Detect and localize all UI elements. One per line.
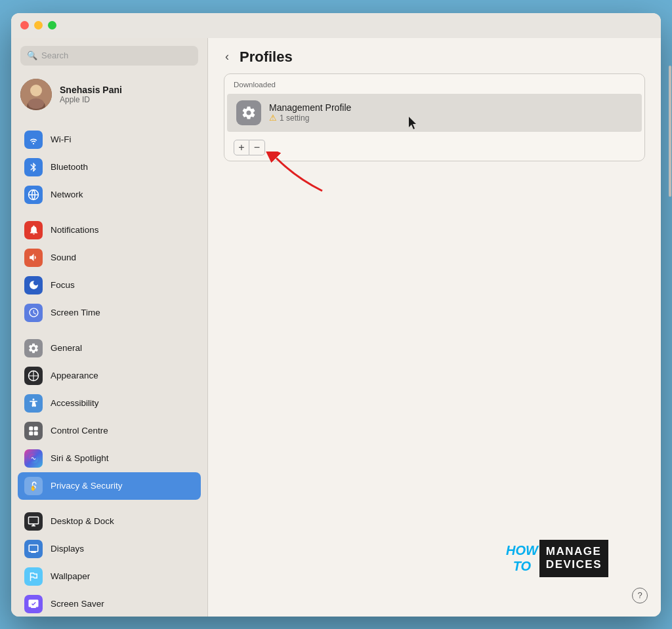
page-title: Profiles [240, 49, 293, 66]
svg-rect-8 [29, 426, 33, 430]
sidebar-item-label-privacy: Privacy & Security [51, 481, 123, 491]
screentime-icon [24, 304, 43, 322]
general-icon [24, 339, 43, 357]
main-content: ‹ Profiles Downloaded Mana [208, 38, 661, 617]
sidebar-item-label-screensaver: Screen Saver [51, 599, 104, 609]
sidebar-item-label-bluetooth: Bluetooth [51, 162, 88, 172]
traffic-lights [20, 21, 56, 30]
wallpaper-icon [24, 567, 43, 586]
search-box[interactable]: 🔍 Search [20, 46, 198, 66]
sidebar-item-siri[interactable]: Siri & Spotlight [18, 445, 201, 472]
sidebar-item-label-sound: Sound [51, 253, 76, 262]
screensaver-icon [24, 595, 43, 613]
sidebar-item-desktop[interactable]: Desktop & Dock [18, 508, 201, 535]
desktop-icon [24, 512, 43, 531]
profile-info: Management Profile ⚠ 1 setting [269, 102, 351, 123]
brand-howto: HOWTO [506, 542, 538, 574]
sidebar-item-label-desktop: Desktop & Dock [51, 516, 114, 526]
privacy-icon: ✋ [24, 477, 43, 495]
red-arrow-svg [263, 152, 342, 197]
sidebar-item-bluetooth[interactable]: Bluetooth [18, 153, 201, 181]
sidebar-item-general[interactable]: General [18, 335, 201, 362]
warning-icon: ⚠ [269, 113, 277, 123]
sidebar: 🔍 Search Sneh [11, 38, 208, 617]
accessibility-icon [24, 394, 43, 413]
brand-managedevices: MANAGEDEVICES [539, 540, 608, 577]
search-icon: 🔍 [27, 51, 37, 60]
svg-text:✋: ✋ [30, 485, 37, 491]
sidebar-item-wallpaper[interactable]: Wallpaper [18, 563, 201, 590]
section-label: Downloaded [224, 74, 644, 94]
sidebar-item-privacy[interactable]: ✋ Privacy & Security [18, 472, 201, 500]
branding: HOWTO MANAGEDEVICES [506, 540, 608, 577]
sidebar-item-label-focus: Focus [51, 280, 75, 290]
avatar [20, 79, 52, 110]
focus-icon [24, 276, 43, 294]
sidebar-item-label-appearance: Appearance [51, 371, 98, 380]
back-button[interactable]: ‹ [221, 49, 233, 65]
sidebar-item-displays[interactable]: Displays [18, 535, 201, 563]
sidebar-section-display: Desktop & Dock Displays [11, 506, 207, 617]
sidebar-item-label-siri: Siri & Spotlight [51, 453, 109, 463]
user-subtitle: Apple ID [60, 95, 122, 104]
sidebar-item-focus[interactable]: Focus [18, 272, 201, 299]
sidebar-item-label-wifi: Wi-Fi [51, 134, 71, 144]
controlcentre-icon [24, 422, 43, 440]
help-button[interactable]: ? [632, 588, 648, 603]
close-button[interactable] [20, 21, 29, 30]
add-profile-button[interactable]: + [234, 140, 249, 155]
maximize-button[interactable] [48, 21, 56, 30]
arrow-annotation [224, 161, 645, 214]
sidebar-item-label-wallpaper: Wallpaper [51, 571, 90, 581]
sidebar-item-wifi[interactable]: Wi-Fi [18, 126, 201, 153]
user-profile[interactable]: Snehasis Pani Apple ID [11, 73, 207, 119]
sidebar-item-screentime[interactable]: Screen Time [18, 299, 201, 327]
back-icon: ‹ [225, 50, 229, 64]
profile-subtitle: ⚠ 1 setting [269, 113, 351, 123]
profiles-content: Downloaded Management Profile ⚠ [208, 73, 661, 617]
sidebar-item-accessibility[interactable]: Accessibility [18, 390, 201, 417]
sidebar-item-label-notifications: Notifications [51, 225, 99, 235]
svg-point-7 [33, 398, 35, 400]
appearance-icon [24, 367, 43, 385]
sidebar-item-label-displays: Displays [51, 544, 84, 554]
sound-icon [24, 249, 43, 267]
svg-rect-9 [34, 426, 38, 430]
svg-point-1 [30, 85, 42, 96]
sidebar-item-label-accessibility: Accessibility [51, 398, 99, 408]
profile-row[interactable]: Management Profile ⚠ 1 setting [227, 94, 642, 132]
sidebar-item-controlcentre[interactable]: Control Centre [18, 417, 201, 445]
siri-icon [24, 449, 43, 468]
system-preferences-window: 🔍 Search Sneh [11, 13, 661, 617]
sidebar-item-label-network: Network [51, 190, 83, 199]
wifi-icon [24, 131, 43, 149]
profile-icon-wrap [236, 100, 261, 125]
content-area: 🔍 Search Sneh [11, 38, 661, 617]
network-icon [24, 186, 43, 204]
sidebar-item-network[interactable]: Network [18, 181, 201, 209]
title-bar [11, 13, 661, 38]
bluetooth-icon [24, 158, 43, 176]
sidebar-section-system: General Appearance [11, 333, 207, 501]
svg-rect-10 [29, 431, 33, 435]
sidebar-section-network: Wi-Fi Bluetooth [11, 125, 207, 210]
notifications-icon [24, 221, 43, 239]
svg-rect-11 [34, 431, 38, 435]
sidebar-item-label-controlcentre: Control Centre [51, 426, 108, 436]
search-container: 🔍 Search [11, 38, 207, 73]
displays-icon [24, 540, 43, 558]
sidebar-item-screensaver[interactable]: Screen Saver [18, 590, 201, 617]
sidebar-item-label-screentime: Screen Time [51, 308, 100, 317]
profile-setting-count: 1 setting [280, 113, 309, 123]
sidebar-item-notifications[interactable]: Notifications [18, 216, 201, 244]
avatar-image [20, 79, 52, 110]
profile-name: Management Profile [269, 102, 351, 113]
user-name: Snehasis Pani [60, 85, 122, 95]
main-header: ‹ Profiles [208, 38, 661, 73]
profiles-box: Downloaded Management Profile ⚠ [224, 73, 645, 161]
svg-point-3 [28, 98, 44, 109]
sidebar-item-sound[interactable]: Sound [18, 244, 201, 272]
minimize-button[interactable] [34, 21, 43, 30]
sidebar-item-appearance[interactable]: Appearance [18, 362, 201, 390]
sidebar-section-alerts: Notifications Sound [11, 215, 207, 328]
